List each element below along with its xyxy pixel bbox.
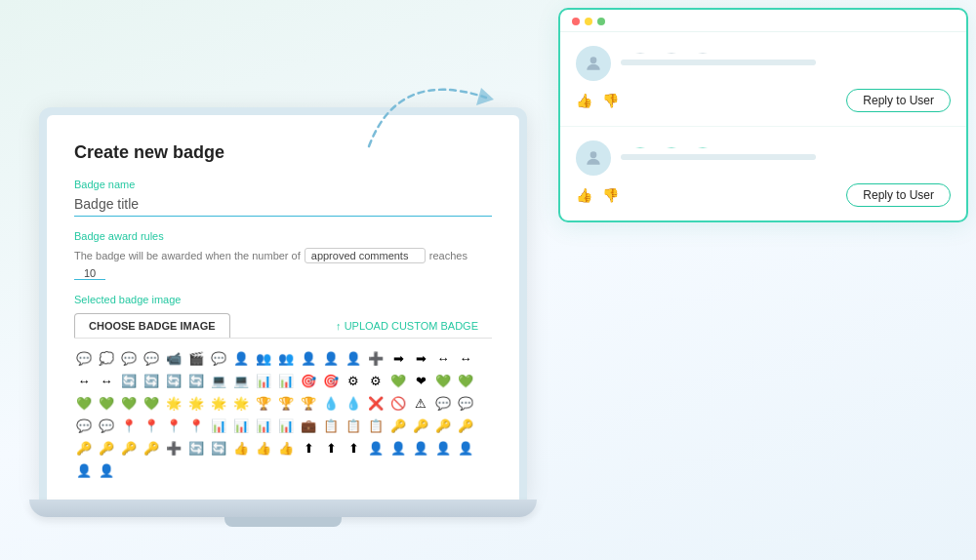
badge-icon[interactable]: 🔑 xyxy=(142,438,161,458)
thumbs-down-2[interactable]: 👎 xyxy=(602,187,619,203)
badge-icon[interactable]: 💬 xyxy=(456,393,475,413)
reaches-input[interactable] xyxy=(74,267,105,280)
badge-icon[interactable]: 📍 xyxy=(142,416,161,435)
upload-badge-tab[interactable]: ↑ UPLOAD CUSTOM BADGE xyxy=(322,313,492,338)
badge-icon[interactable]: 👥 xyxy=(276,348,296,368)
badge-icon[interactable]: 🔑 xyxy=(119,438,139,458)
badge-icon[interactable]: 💚 xyxy=(74,393,94,413)
badge-icon[interactable]: 👤 xyxy=(97,460,116,480)
badge-icon[interactable]: 🔄 xyxy=(186,438,206,458)
thumbs-up-1[interactable]: 👍 xyxy=(576,93,592,108)
badge-icon[interactable]: 📊 xyxy=(209,416,228,435)
badge-icon[interactable]: 🔄 xyxy=(209,438,228,458)
badge-icon[interactable]: 💚 xyxy=(97,393,116,413)
badge-icon[interactable]: 👤 xyxy=(299,348,318,368)
badge-icon[interactable]: 💬 xyxy=(97,416,116,435)
badge-icon[interactable]: 📊 xyxy=(276,371,296,390)
badge-icon[interactable]: ↔ xyxy=(97,371,116,390)
badge-icon[interactable]: 💬 xyxy=(119,348,139,368)
badge-icon[interactable]: 🔄 xyxy=(164,371,183,390)
badge-icon[interactable]: 👤 xyxy=(321,348,341,368)
badge-icon[interactable]: 💚 xyxy=(388,371,408,390)
badge-icon[interactable]: 💬 xyxy=(74,416,94,435)
badge-icon[interactable]: 🌟 xyxy=(186,393,206,413)
badge-icon[interactable]: 🔑 xyxy=(97,438,116,458)
badge-icon[interactable]: 💼 xyxy=(299,416,318,435)
badge-icon[interactable]: ⚙ xyxy=(366,371,386,390)
badge-icon[interactable]: 🎬 xyxy=(186,348,206,368)
badge-icon[interactable]: ⚠ xyxy=(411,393,430,413)
badge-icon[interactable]: 📋 xyxy=(321,416,341,435)
badge-icon[interactable]: 💚 xyxy=(456,371,475,390)
badge-icon[interactable]: 🏆 xyxy=(276,393,296,413)
badge-icon[interactable]: 💬 xyxy=(142,348,161,368)
badge-icon[interactable]: ↔ xyxy=(433,348,453,368)
badge-icon[interactable]: 🔑 xyxy=(456,416,475,435)
badge-icon[interactable]: 💚 xyxy=(142,393,161,413)
badge-icon[interactable]: 👤 xyxy=(411,438,430,458)
choose-badge-tab[interactable]: CHOOSE BADGE IMAGE xyxy=(74,313,230,338)
badge-icon[interactable]: 💭 xyxy=(97,348,116,368)
badge-icon[interactable]: 🌟 xyxy=(209,393,228,413)
badge-icon[interactable]: ↔ xyxy=(74,371,94,390)
badge-icon[interactable]: 💬 xyxy=(433,393,453,413)
thumbs-down-1[interactable]: 👎 xyxy=(602,93,619,108)
badge-icon[interactable]: 🔄 xyxy=(186,371,206,390)
badge-icon[interactable]: 👤 xyxy=(433,438,453,458)
badge-icon[interactable]: 🎯 xyxy=(299,371,318,390)
reply-button-2[interactable]: Reply to User xyxy=(846,183,951,207)
badge-icon[interactable]: 👤 xyxy=(388,438,408,458)
badge-name-input[interactable] xyxy=(74,194,492,217)
badge-icon[interactable]: 🌟 xyxy=(164,393,183,413)
badge-icon[interactable]: 📋 xyxy=(344,416,363,435)
thumbs-up-2[interactable]: 👍 xyxy=(576,187,592,203)
badge-icon[interactable]: 💬 xyxy=(209,348,228,368)
badge-icon[interactable]: 🏆 xyxy=(299,393,318,413)
badge-icon[interactable]: 📊 xyxy=(254,371,273,390)
badge-icon[interactable]: 👍 xyxy=(231,438,251,458)
badge-icon[interactable]: 💬 xyxy=(74,348,94,368)
badge-icon[interactable]: ⬆ xyxy=(299,438,318,458)
badge-icon[interactable]: 💚 xyxy=(119,393,139,413)
badge-icon[interactable]: 👤 xyxy=(366,438,386,458)
badge-icon[interactable]: 📋 xyxy=(366,416,386,435)
badge-icon[interactable]: 📍 xyxy=(119,416,139,435)
badge-icon[interactable]: ⬆ xyxy=(321,438,341,458)
badge-icon[interactable]: 📊 xyxy=(231,416,251,435)
badge-icon[interactable]: ➡ xyxy=(388,348,408,368)
badge-icon[interactable]: 🔄 xyxy=(142,371,161,390)
badge-icon[interactable]: 👤 xyxy=(344,348,363,368)
badge-icon[interactable]: ❤ xyxy=(411,371,430,390)
badge-icon[interactable]: 💧 xyxy=(321,393,341,413)
badge-icon[interactable]: 👍 xyxy=(254,438,273,458)
badge-icon[interactable]: ↔ xyxy=(456,348,475,368)
badge-icon[interactable]: 🏆 xyxy=(254,393,273,413)
badge-icon[interactable]: ⬆ xyxy=(344,438,363,458)
badge-icon[interactable]: 🔑 xyxy=(411,416,430,435)
badge-icon[interactable]: 💻 xyxy=(231,371,251,390)
badge-icon[interactable]: 👍 xyxy=(276,438,296,458)
badge-icon[interactable]: ⚙ xyxy=(344,371,363,390)
badge-icon[interactable]: 💧 xyxy=(344,393,363,413)
badge-icon[interactable]: 🔑 xyxy=(388,416,408,435)
badge-icon[interactable]: 🚫 xyxy=(388,393,408,413)
badge-icon[interactable]: 🎯 xyxy=(321,371,341,390)
badge-icon[interactable]: ❌ xyxy=(366,393,386,413)
badge-icon[interactable]: ➡ xyxy=(411,348,430,368)
badge-icon[interactable]: 📍 xyxy=(164,416,183,435)
award-rules-dropdown[interactable]: approved comments total posts likes rece… xyxy=(305,248,426,263)
badge-icon[interactable]: 🌟 xyxy=(231,393,251,413)
badge-icon[interactable]: 👤 xyxy=(74,460,94,480)
badge-icon[interactable]: 💻 xyxy=(209,371,228,390)
badge-icon[interactable]: 🔑 xyxy=(433,416,453,435)
badge-icon[interactable]: 👤 xyxy=(231,348,251,368)
badge-icon[interactable]: 📊 xyxy=(276,416,296,435)
badge-icon[interactable]: 🔄 xyxy=(119,371,139,390)
reply-button-1[interactable]: Reply to User xyxy=(846,89,951,112)
badge-icon[interactable]: 📊 xyxy=(254,416,273,435)
badge-icon[interactable]: ➕ xyxy=(164,438,183,458)
badge-icon[interactable]: 👤 xyxy=(456,438,475,458)
badge-icon[interactable]: 💚 xyxy=(433,371,453,390)
badge-icon[interactable]: ➕ xyxy=(366,348,386,368)
badge-icon[interactable]: 📍 xyxy=(186,416,206,435)
